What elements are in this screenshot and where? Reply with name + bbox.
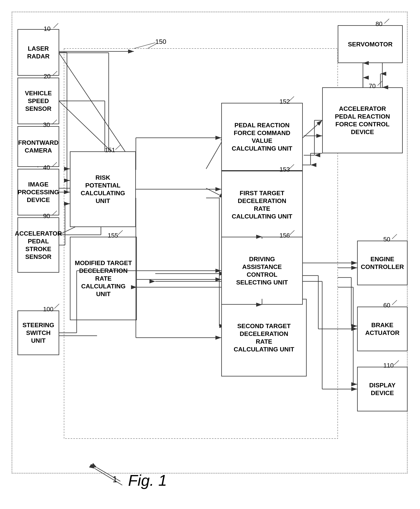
svg-line-50 xyxy=(52,120,57,124)
frontward-camera-block: FRONTWARDCAMERA xyxy=(17,126,59,167)
engine-controller-ref: 50 xyxy=(383,236,390,243)
accel-pedal-stroke-block: ACCELERATORPEDAL STROKESENSOR xyxy=(17,217,59,273)
brake-actuator-label: BRAKEACTUATOR xyxy=(365,321,400,337)
svg-line-57 xyxy=(289,164,294,169)
pedal-reaction-force-cmd-ref: 152 xyxy=(279,98,290,105)
steering-switch-block: STEERINGSWITCH UNIT xyxy=(17,310,59,355)
driving-assistance-block: DRIVINGASSISTANCECONTROLSELECTING UNIT xyxy=(221,237,303,305)
accel-pedal-stroke-ref: 90 xyxy=(43,212,50,220)
vehicle-speed-ref: 20 xyxy=(44,73,51,80)
svg-line-51 xyxy=(52,162,57,167)
mtd-ref-line xyxy=(118,230,124,235)
prfc-ref-line xyxy=(289,96,295,102)
ec-ref-line xyxy=(392,233,398,239)
da-ref-line xyxy=(290,230,295,235)
modified-target-decel-block: MODIFIED TARGETDECELERATIONRATECALCULATI… xyxy=(70,237,137,320)
frontward-camera-ref: 30 xyxy=(43,121,50,128)
accel-pedal-reaction-ref: 70 xyxy=(369,82,376,90)
second-target-decel-label: SECOND TARGETDECELERATIONRATECALCULATING… xyxy=(234,322,294,353)
pedal-reaction-force-cmd-block: PEDAL REACTIONFORCE COMMANDVALUECALCULAT… xyxy=(221,103,303,171)
servomotor-label: SERVOMOTOR xyxy=(348,40,393,48)
image-processing-label: IMAGEPROCESSINGDEVICE xyxy=(18,180,59,204)
accel-pedal-reaction-label: ACCELERATORPEDAL REACTIONFORCE CONTROLDE… xyxy=(335,105,390,136)
risk-potential-ref: 151 xyxy=(105,147,115,154)
apr-ref-line xyxy=(377,80,383,86)
risk-potential-block: RISKPOTENTIALCALCULATINGUNIT xyxy=(70,151,136,227)
risk-potential-label: RISKPOTENTIALCALCULATINGUNIT xyxy=(81,174,125,205)
ba-ref-line xyxy=(392,299,398,305)
fig-ref: 1 xyxy=(112,474,117,484)
svg-line-52 xyxy=(52,211,57,215)
display-device-block: DISPLAYDEVICE xyxy=(357,367,408,412)
svg-line-60 xyxy=(290,230,294,235)
image-processing-ref: 40 xyxy=(43,164,50,171)
servomotor-block: SERVOMOTOR xyxy=(338,25,403,63)
svg-line-62 xyxy=(377,81,382,86)
svg-line-64 xyxy=(392,300,397,305)
vehicle-speed-sensor-label: VEHICLE SPEEDSENSOR xyxy=(20,89,57,112)
modified-target-decel-ref: 155 xyxy=(108,232,118,239)
laser-radar-ref-line xyxy=(53,22,59,28)
image-processing-block: IMAGEPROCESSINGDEVICE xyxy=(17,169,59,215)
engine-controller-label: ENGINECONTROLLER xyxy=(361,255,404,271)
fc-ref-line xyxy=(52,119,58,125)
display-device-ref: 110 xyxy=(383,362,394,369)
frontward-camera-label: FRONTWARDCAMERA xyxy=(18,139,59,154)
accel-pedal-stroke-label: ACCELERATORPEDAL STROKESENSOR xyxy=(15,230,62,261)
accel-pedal-reaction-block: ACCELERATORPEDAL REACTIONFORCE CONTROLDE… xyxy=(322,87,403,153)
laser-radar-block: LASERRADAR xyxy=(17,29,59,76)
svg-line-49 xyxy=(52,71,57,76)
driving-assistance-label: DRIVINGASSISTANCECONTROLSELECTING UNIT xyxy=(236,255,288,286)
ipd-ref-line xyxy=(52,161,58,167)
steering-switch-label: STEERINGSWITCH UNIT xyxy=(20,321,57,344)
display-device-label: DISPLAYDEVICE xyxy=(369,381,396,397)
rp-ref-line xyxy=(115,144,121,150)
modified-target-decel-label: MODIFIED TARGETDECELERATIONRATECALCULATI… xyxy=(75,259,132,298)
servomotor-ref: 80 xyxy=(375,20,382,28)
svg-line-53 xyxy=(54,304,59,308)
sm-ref-line xyxy=(384,18,390,24)
engine-controller-block: ENGINECONTROLLER xyxy=(357,241,408,285)
pedal-reaction-force-cmd-label: PEDAL REACTIONFORCE COMMANDVALUECALCULAT… xyxy=(232,121,292,152)
svg-line-54 xyxy=(148,43,157,49)
ssu-ref-line xyxy=(54,303,60,309)
svg-line-48 xyxy=(53,23,58,28)
first-target-decel-ref: 153 xyxy=(279,166,290,173)
laser-radar-ref: 10 xyxy=(44,25,51,32)
svg-line-65 xyxy=(394,360,399,365)
fig-label: Fig. 1 xyxy=(128,472,167,489)
first-target-decel-block: FIRST TARGETDECELERATIONRATECALCULATING … xyxy=(221,171,303,239)
svg-line-61 xyxy=(384,19,389,23)
svg-line-63 xyxy=(392,234,397,239)
dd-ref-line xyxy=(394,359,400,365)
page: LASERRADAR 10 VEHICLE SPEEDSENSOR 20 FRO… xyxy=(0,0,420,509)
laser-radar-label: LASERRADAR xyxy=(27,45,50,60)
driving-assistance-ref: 156 xyxy=(279,232,290,239)
first-target-decel-label: FIRST TARGETDECELERATIONRATECALCULATING … xyxy=(232,189,292,220)
aps-ref-line xyxy=(52,210,58,216)
vss-ref-line xyxy=(52,70,58,76)
brake-actuator-ref: 60 xyxy=(383,302,390,309)
region-ref-line xyxy=(147,38,158,50)
ftd-ref-line xyxy=(289,164,295,169)
second-target-decel-block: SECOND TARGETDECELERATIONRATECALCULATING… xyxy=(221,299,307,376)
svg-line-59 xyxy=(118,230,123,235)
steering-switch-ref: 100 xyxy=(43,306,53,313)
svg-line-56 xyxy=(289,97,294,101)
brake-actuator-block: BRAKEACTUATOR xyxy=(357,307,408,351)
vehicle-speed-sensor-block: VEHICLE SPEEDSENSOR xyxy=(17,78,59,124)
svg-line-55 xyxy=(115,145,120,150)
